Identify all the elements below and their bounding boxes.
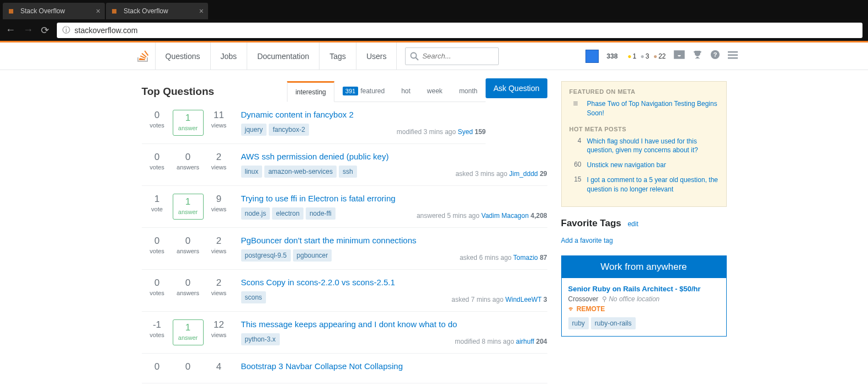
reload-icon[interactable]: ⟳ <box>41 24 49 36</box>
question-meta: modified 8 mins ago airhuff 204 <box>455 338 547 345</box>
bulletin-link[interactable]: Which flag should I have used for this q… <box>587 137 718 156</box>
tag[interactable]: postgresql-9.5 <box>241 249 291 262</box>
job-company: Crossover ⚲ No office location <box>568 295 720 303</box>
svg-rect-5 <box>728 55 738 56</box>
question-meta: answered 5 mins ago Vadim Macagon 4,208 <box>417 212 547 220</box>
stat-answers: 0 <box>173 361 204 375</box>
author-link[interactable]: airhuff <box>516 338 534 345</box>
search-icon <box>410 52 419 61</box>
question-meta: asked 6 mins ago Tomazio 87 <box>460 254 547 262</box>
question-title-link[interactable]: AWS ssh permission denied (public key) <box>241 152 547 161</box>
url-field[interactable]: ⓘ stackoverflow.com <box>57 23 862 38</box>
tag[interactable]: python-3.x <box>241 333 280 345</box>
question-title-link[interactable]: Dynamic content in fancybox 2 <box>241 110 486 119</box>
job-remote-badge: REMOTE <box>568 305 720 313</box>
question-row: 0votes0answers2viewsAWS ssh permission d… <box>142 144 547 186</box>
stat-views: 12views <box>204 319 235 345</box>
tab-close-icon[interactable]: × <box>199 7 204 15</box>
so-logo-icon[interactable] <box>131 42 156 70</box>
stat-votes: 0votes <box>142 278 173 303</box>
nav-questions[interactable]: Questions <box>156 42 211 70</box>
edit-favorite-tags-link[interactable]: edit <box>627 220 638 228</box>
question-row: 0votes0answers2viewsScons Copy in scons-… <box>142 270 547 312</box>
question-title-link[interactable]: PgBouncer don't start the minimum connec… <box>241 236 547 245</box>
stat-views: 2views <box>204 236 235 262</box>
browser-tab[interactable]: ≣ Stack Overflow × <box>106 3 208 19</box>
nav-jobs[interactable]: Jobs <box>211 42 248 70</box>
question-subtabs: interesting391featuredhotweekmonth <box>287 81 486 102</box>
add-favorite-tag-link[interactable]: Add a favorite tag <box>561 237 727 244</box>
page-title: Top Questions <box>142 86 215 98</box>
job-title-link[interactable]: Senior Ruby on Rails Architect - $50/hr <box>568 285 701 293</box>
question-row: 0votes0answers2viewsPgBouncer don't star… <box>142 228 547 270</box>
subtab-featured[interactable]: 391featured <box>334 81 393 102</box>
stat-views: 4 <box>204 361 235 375</box>
tag[interactable]: electron <box>272 207 303 220</box>
author-link[interactable]: Jim_dddd <box>509 170 538 178</box>
tag[interactable]: fancybox-2 <box>269 124 309 136</box>
subtab-hot[interactable]: hot <box>393 81 419 102</box>
question-row: 1vote1answer9viewsTrying to use ffi in E… <box>142 186 547 228</box>
bulletin-count: 60 <box>569 161 582 170</box>
tag[interactable]: ruby <box>568 317 589 329</box>
stat-answers: 1answer <box>173 194 204 220</box>
tag[interactable]: linux <box>241 166 263 178</box>
question-meta: asked 3 mins ago Jim_dddd 29 <box>455 170 547 178</box>
question-title-link[interactable]: Scons Copy in scons-2.2.0 vs scons-2.5.1 <box>241 278 547 287</box>
favorite-tags: Favorite Tags edit Add a favorite tag <box>561 218 727 244</box>
nav-tags[interactable]: Tags <box>319 42 356 70</box>
bulletin-heading: FEATURED ON META <box>569 88 718 95</box>
svg-rect-4 <box>728 51 738 53</box>
tag[interactable]: scons <box>241 291 266 303</box>
browser-tab[interactable]: ≣ Stack Overflow × <box>3 3 105 19</box>
meta-icon: ≣ <box>569 99 582 118</box>
question-title-link[interactable]: Trying to use ffi in Electron is fatal e… <box>241 194 547 203</box>
so-favicon-icon: ≣ <box>111 7 119 15</box>
subtab-month[interactable]: month <box>451 81 486 102</box>
nav-documentation[interactable]: Documentation <box>247 42 319 70</box>
back-icon[interactable]: ← <box>6 24 15 36</box>
subtab-week[interactable]: week <box>419 81 451 102</box>
tag[interactable]: ruby-on-rails <box>591 317 636 329</box>
url-text: stackoverflow.com <box>74 26 137 35</box>
tab-title: Stack Overflow <box>20 7 65 15</box>
stat-votes: 0votes <box>142 236 173 262</box>
tab-close-icon[interactable]: × <box>96 7 100 15</box>
stat-votes: 0votes <box>142 152 173 178</box>
bulletin-link[interactable]: I got a comment to a 5 year old question… <box>587 175 718 194</box>
ask-question-button[interactable]: Ask Question <box>486 78 547 98</box>
tag[interactable]: jquery <box>241 124 267 136</box>
question-title-link[interactable]: Bootstrap 3 Navbar Collapse Not Collapsi… <box>241 361 547 371</box>
tag[interactable]: ssh <box>339 166 357 178</box>
bulletin-link[interactable]: Unstick new navigation bar <box>587 161 718 170</box>
tag[interactable]: amazon-web-services <box>264 166 337 178</box>
question-list: 0votes1answer11viewsDynamic content in f… <box>142 102 547 383</box>
search-input[interactable] <box>422 52 488 60</box>
site-topbar: QuestionsJobsDocumentationTagsUsers 338 … <box>0 42 868 70</box>
tag[interactable]: node-ffi <box>306 207 336 220</box>
location-pin-icon: ⚲ <box>602 295 607 303</box>
author-link[interactable]: Tomazio <box>513 254 538 262</box>
author-link[interactable]: Syed <box>458 128 473 136</box>
question-title-link[interactable]: This message keeps appearing and I dont … <box>241 319 547 329</box>
svg-point-0 <box>411 52 417 58</box>
author-link[interactable]: WindLeeWT <box>505 296 542 303</box>
stat-votes: 0votes <box>142 110 173 136</box>
bulletin-link[interactable]: Phase Two of Top Navigation Testing Begi… <box>587 99 718 118</box>
nav-users[interactable]: Users <box>356 42 397 70</box>
browser-address-bar: ← → ⟳ ⓘ stackoverflow.com <box>0 19 868 41</box>
site-info-icon[interactable]: ⓘ <box>62 25 70 35</box>
question-meta: modified 3 mins ago Syed 159 <box>397 128 486 136</box>
tag[interactable]: node.js <box>241 207 270 220</box>
question-row: 0votes1answer11viewsDynamic content in f… <box>142 102 486 144</box>
stat-votes: -1votes <box>142 319 173 345</box>
author-link[interactable]: Vadim Macagon <box>481 212 529 220</box>
subtab-interesting[interactable]: interesting <box>287 81 334 102</box>
stat-views: 11views <box>204 110 235 136</box>
job-ad: Work from anywhere Senior Ruby on Rails … <box>561 255 727 337</box>
stat-answers: 1answer <box>173 110 204 136</box>
primary-nav: QuestionsJobsDocumentationTagsUsers <box>156 42 397 70</box>
svg-line-1 <box>416 57 419 60</box>
menu-icon[interactable] <box>728 50 738 62</box>
tag[interactable]: pgbouncer <box>293 249 332 262</box>
